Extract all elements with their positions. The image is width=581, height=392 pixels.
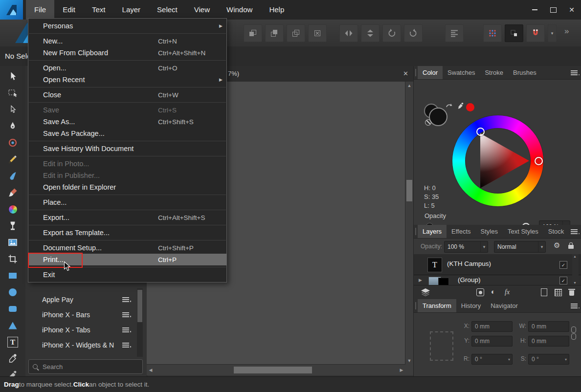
replace-selection-icon[interactable] (308, 24, 327, 42)
left-panel-scrollbar-thumb[interactable] (137, 290, 142, 322)
item-menu-icon[interactable] (122, 343, 129, 348)
rotate-cw-icon[interactable] (404, 24, 423, 42)
tab-stroke[interactable]: Stroke (480, 66, 508, 79)
expand-arrow-icon[interactable]: ▶ (419, 278, 422, 283)
maximize-button[interactable] (544, 0, 562, 20)
shear-input[interactable]: 0 °▾ (528, 354, 569, 365)
scroll-up-icon[interactable]: ▲ (573, 255, 577, 258)
text-tool-icon[interactable]: T (4, 335, 22, 349)
menubar-item-layer[interactable]: Layer (114, 0, 149, 20)
layers-opacity-dropdown[interactable]: 100 % ▾ (444, 241, 488, 253)
tab-brushes[interactable]: Brushes (508, 66, 541, 79)
file-menu-item-edit-in-publisher[interactable]: Edit in Publisher... (28, 170, 226, 181)
toolbar-overflow-chevron-icon[interactable]: » (564, 26, 569, 36)
mask-layer-icon[interactable] (476, 288, 484, 296)
blend-options-gear-icon[interactable]: ⚙ (554, 241, 560, 250)
new-layer-icon[interactable] (541, 288, 547, 296)
snapping-options-dropdown[interactable]: ▾ (548, 24, 557, 42)
canvas-horizontal-scrollbar[interactable]: ◀ ▶ (147, 364, 405, 375)
color-picker-tool-icon[interactable] (4, 351, 22, 366)
item-menu-icon[interactable] (122, 327, 129, 332)
file-menu-item-open[interactable]: Open...Ctrl+O (28, 62, 226, 74)
blend-mode-dropdown[interactable]: Normal ▾ (494, 241, 546, 253)
file-menu-item-document-setup[interactable]: Document Setup...Ctrl+Shift+P (28, 242, 226, 254)
magnet-snapping-icon[interactable] (526, 24, 545, 42)
pen-tool-icon[interactable] (4, 119, 22, 133)
file-menu-item-close[interactable]: CloseCtrl+W (28, 89, 226, 101)
left-panel-scrollbar[interactable] (137, 288, 143, 357)
tab-effects[interactable]: Effects (447, 225, 476, 238)
scroll-right-icon[interactable]: ▶ (398, 366, 405, 374)
w-input[interactable]: 0 mm (528, 321, 569, 332)
document-tab-title[interactable]: 7%) (228, 66, 239, 82)
hue-selector-marker[interactable] (535, 157, 543, 165)
scroll-down-icon[interactable]: ▼ (573, 281, 577, 284)
file-menu-item-new-from-clipboard[interactable]: New From ClipboardCtrl+Alt+Shift+N (28, 47, 226, 59)
file-menu-item-new[interactable]: New...Ctrl+N (28, 35, 226, 47)
menubar-item-select[interactable]: Select (149, 0, 186, 20)
crop-tool-icon[interactable] (4, 252, 22, 266)
triangle-tool-icon[interactable] (4, 318, 22, 333)
new-group-icon[interactable] (555, 289, 562, 296)
layer-name[interactable]: (Group) (458, 276, 481, 283)
search-input[interactable] (42, 363, 132, 371)
move-tool-icon[interactable] (4, 69, 22, 84)
file-menu-item-save-as-package[interactable]: Save As Package... (28, 128, 226, 139)
file-menu-item-exit[interactable]: Exit (28, 269, 226, 281)
rectangle-tool-icon[interactable] (4, 268, 22, 283)
layers-stack-icon[interactable] (420, 287, 431, 299)
close-button[interactable]: ✕ (562, 0, 581, 20)
menubar-item-text[interactable]: Text (84, 0, 114, 20)
layer-visibility-checkbox[interactable]: ✓ (559, 277, 567, 284)
minimize-button[interactable] (525, 0, 544, 20)
scroll-left-icon[interactable]: ◀ (147, 366, 155, 374)
no-color-icon[interactable] (425, 119, 431, 126)
canvas-vertical-scrollbar[interactable]: ▲ ▼ (405, 82, 413, 365)
layer-name[interactable]: (KTH Campus) (447, 260, 491, 267)
layer-row[interactable]: T (KTH Campus) ✓ (414, 254, 581, 275)
horizontal-scrollbar-thumb[interactable] (234, 367, 312, 373)
image-tool-icon[interactable] (4, 235, 22, 250)
left-panel-item-iphone-x-widgets-n[interactable]: iPhone X - Widgets & N (25, 337, 136, 352)
panel-menu-icon[interactable] (571, 70, 578, 75)
tab-layers[interactable]: Layers (418, 225, 447, 238)
artboard-tool-icon[interactable] (4, 86, 22, 100)
fill-tool-icon[interactable] (4, 202, 22, 217)
scroll-down-icon[interactable]: ▼ (405, 357, 413, 365)
menubar-item-help[interactable]: Help (261, 0, 292, 20)
swap-colors-icon[interactable] (445, 102, 454, 111)
x-input[interactable]: 0 mm (471, 321, 513, 332)
rounded-rectangle-tool-icon[interactable] (4, 302, 22, 316)
snapping-presets-icon[interactable] (505, 24, 523, 42)
tab-text-styles[interactable]: Text Styles (503, 225, 543, 238)
rotate-ccw-icon[interactable] (382, 24, 401, 42)
menubar-item-view[interactable]: View (186, 0, 218, 20)
item-menu-icon[interactable] (122, 297, 129, 302)
picked-color-swatch[interactable] (466, 103, 474, 111)
left-panel-item-iphone-x-bars[interactable]: iPhone X - Bars (25, 307, 136, 322)
rotation-input[interactable]: 0 °▾ (471, 354, 513, 365)
paint-brush-tool-icon[interactable] (4, 185, 22, 200)
link-dimensions-icon[interactable] (571, 333, 576, 340)
pencil-tool-icon[interactable] (4, 152, 22, 167)
menubar-item-edit[interactable]: Edit (54, 0, 84, 20)
left-panel-item-apple-pay[interactable]: Apple Pay (25, 292, 136, 307)
file-menu-item-export[interactable]: Export...Ctrl+Alt+Shift+S (28, 212, 226, 223)
flip-vertical-icon[interactable] (361, 24, 380, 42)
lock-icon[interactable] (568, 245, 574, 249)
panel-menu-icon[interactable] (571, 304, 578, 308)
ellipse-tool-icon[interactable] (4, 285, 22, 300)
adjustment-layer-icon[interactable]: ◐ (491, 287, 495, 296)
flip-horizontal-icon[interactable] (339, 24, 358, 42)
left-panel-item-iphone-x-tabs[interactable]: iPhone X - Tabs (25, 322, 136, 337)
node-tool-icon[interactable] (4, 102, 22, 117)
menubar-item-window[interactable]: Window (218, 0, 261, 20)
insert-behind-icon[interactable] (244, 24, 262, 42)
layer-row[interactable]: ▶ (Group) ✓ (414, 275, 581, 285)
link-dimensions-icon[interactable] (571, 327, 576, 333)
tab-swatches[interactable]: Swatches (443, 66, 480, 79)
tab-history[interactable]: History (456, 299, 486, 312)
file-menu-item-place[interactable]: Place... (28, 196, 226, 208)
layer-effects-icon[interactable]: fx (505, 288, 510, 296)
transparency-tool-icon[interactable] (4, 218, 22, 233)
